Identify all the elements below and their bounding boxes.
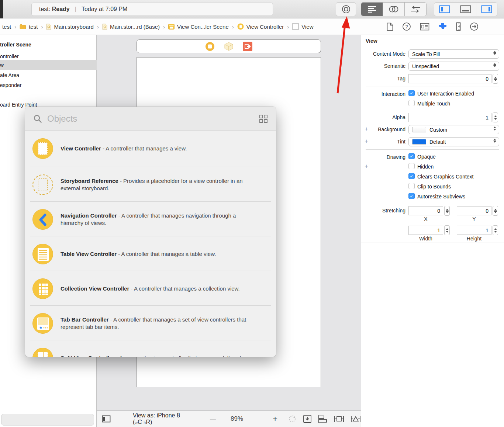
outline-filter-field[interactable] xyxy=(1,414,94,426)
separator xyxy=(366,203,499,203)
stretching-x-stepper[interactable] xyxy=(444,206,450,216)
attributes-inspector-tab[interactable] xyxy=(438,22,447,31)
library-item-table-view-controller[interactable]: Table View Controller - A controller tha… xyxy=(25,236,276,272)
library-search-input[interactable]: Objects xyxy=(47,114,254,124)
embed-in-button[interactable] xyxy=(303,414,312,423)
quick-help-inspector-tab[interactable]: ? xyxy=(402,22,411,31)
separator xyxy=(361,243,504,243)
breadcrumb-storyboard-file[interactable]: Main.storyboard xyxy=(46,24,94,30)
split-view-controller-library-icon xyxy=(32,348,53,357)
svg-text:★: ★ xyxy=(39,326,42,330)
file-inspector-tab[interactable] xyxy=(387,22,393,31)
breadcrumb-storyboard-base[interactable]: Main.stor...rd (Base) xyxy=(102,24,160,30)
library-item-desc: A controller that manages a collection v… xyxy=(134,285,240,292)
stretching-y-stepper[interactable] xyxy=(493,206,498,216)
tint-popup[interactable]: Default xyxy=(408,137,499,146)
table-view-controller-library-icon xyxy=(32,244,53,264)
storyboard-file-icon xyxy=(46,24,51,30)
zoom-in-glyph[interactable]: + xyxy=(273,414,277,424)
stretching-height-field[interactable]: 1 xyxy=(457,226,491,235)
toggle-navigator-button[interactable] xyxy=(434,3,455,16)
add-hidden-button[interactable]: + xyxy=(365,163,368,170)
toggle-debug-area-button[interactable] xyxy=(455,3,476,16)
identity-inspector-tab[interactable] xyxy=(420,23,429,31)
breadcrumb-view[interactable]: View xyxy=(292,23,313,30)
chevron-updown-icon xyxy=(493,51,496,55)
status-scheme: test: xyxy=(39,6,50,13)
grid-view-icon[interactable] xyxy=(259,114,268,123)
interaction-label: Interaction xyxy=(361,90,405,98)
hidden-checkbox[interactable] xyxy=(408,163,415,169)
multiple-touch-checkbox[interactable] xyxy=(408,100,415,106)
zoom-out-button[interactable]: — xyxy=(210,416,216,422)
toggle-document-outline-button[interactable] xyxy=(102,415,111,423)
stop-icon xyxy=(341,4,351,14)
view-as-device-button[interactable]: View as: iPhone 8 (wC hR) xyxy=(133,412,193,426)
view-controller-dock-icon[interactable] xyxy=(205,42,215,51)
outline-item-scene[interactable]: troller Scene xyxy=(0,40,97,49)
first-responder-dock-icon[interactable] xyxy=(224,41,234,52)
chevron-updown-icon xyxy=(493,139,496,143)
stretching-x-field[interactable]: 0 xyxy=(408,206,443,215)
library-item-view-controller[interactable]: View Controller - A controller that mana… xyxy=(25,131,276,166)
semantic-popup[interactable]: Unspecified xyxy=(408,62,499,71)
outline-item-safe-area[interactable]: afe Area xyxy=(0,70,97,80)
stretching-width-stepper[interactable] xyxy=(444,225,450,235)
opaque-checkbox[interactable] xyxy=(408,153,415,159)
version-editor-button[interactable] xyxy=(405,3,426,16)
assistant-editor-button[interactable] xyxy=(383,3,405,16)
breadcrumb-scene[interactable]: View Con...ler Scene xyxy=(168,24,229,30)
outline-item-view-selected[interactable]: w xyxy=(0,60,97,70)
zoom-level[interactable]: 89% xyxy=(231,415,243,423)
breadcrumb-separator: › xyxy=(232,24,234,30)
size-inspector-tab[interactable] xyxy=(456,22,461,31)
stretching-width-caption: Width xyxy=(408,236,443,242)
stretching-width-field[interactable]: 1 xyxy=(408,226,443,235)
library-item-storyboard-reference[interactable]: Storyboard Reference - Provides a placeh… xyxy=(25,167,276,202)
tag-label: Tag xyxy=(361,74,405,83)
library-item-title: Collection View Controller xyxy=(61,285,129,292)
tag-stepper[interactable] xyxy=(493,74,498,84)
standard-editor-button[interactable] xyxy=(361,3,383,16)
background-popup[interactable]: Custom xyxy=(408,125,499,134)
breadcrumb-view-controller[interactable]: View Controller xyxy=(237,23,284,30)
library-item-tab-bar-controller[interactable]: ★ Tab Bar Controller - A controller that… xyxy=(25,306,276,341)
user-interaction-checkbox[interactable] xyxy=(408,90,415,96)
outline-item-first-responder[interactable]: esponder xyxy=(0,80,97,90)
tag-field[interactable]: 0 xyxy=(408,74,491,83)
autoresize-checkbox[interactable] xyxy=(408,193,415,199)
exit-dock-icon[interactable] xyxy=(243,42,252,51)
attributes-inspector-panel: View Content Mode Scale To Fill Semantic… xyxy=(361,35,504,427)
alpha-stepper[interactable] xyxy=(493,112,498,122)
breadcrumb-project[interactable]: test xyxy=(2,24,11,30)
breadcrumb-group[interactable]: test xyxy=(20,24,38,30)
outline-label: ontroller xyxy=(0,53,19,59)
library-header: Objects xyxy=(25,107,276,131)
semantic-value: Unspecified xyxy=(412,63,439,69)
library-item-split-view-controller[interactable]: Split View Controller - A composite view… xyxy=(25,340,276,357)
background-value: Custom xyxy=(429,127,447,133)
resolve-layout-issues-button[interactable] xyxy=(351,414,361,423)
stop-button[interactable] xyxy=(336,2,356,16)
library-item-collection-view-controller[interactable]: Collection View Controller - A controlle… xyxy=(25,271,276,306)
debug-panel-icon xyxy=(460,5,471,13)
alpha-field[interactable]: 1 xyxy=(408,113,491,122)
library-item-navigation-controller[interactable]: Navigation Controller - A controller tha… xyxy=(25,202,276,237)
add-constraints-button[interactable] xyxy=(334,414,344,423)
status-state: Ready xyxy=(52,6,70,13)
storyboard-reference-library-icon xyxy=(32,174,53,195)
connections-inspector-tab[interactable] xyxy=(470,22,479,31)
height-class: R) xyxy=(146,419,152,425)
content-mode-popup[interactable]: Scale To Fill xyxy=(408,49,499,59)
update-frames-button[interactable] xyxy=(288,414,297,423)
screen-edge xyxy=(0,0,3,18)
tint-value: Default xyxy=(429,139,446,145)
stretching-height-stepper[interactable] xyxy=(493,225,498,235)
align-button[interactable] xyxy=(318,414,328,423)
toggle-inspector-button[interactable] xyxy=(476,3,497,16)
clip-to-bounds-checkbox[interactable] xyxy=(408,183,415,189)
clears-graphics-checkbox[interactable] xyxy=(408,173,415,179)
breadcrumb-label: test xyxy=(29,24,38,30)
width-class: C xyxy=(138,419,142,425)
stretching-y-field[interactable]: 0 xyxy=(457,206,491,215)
